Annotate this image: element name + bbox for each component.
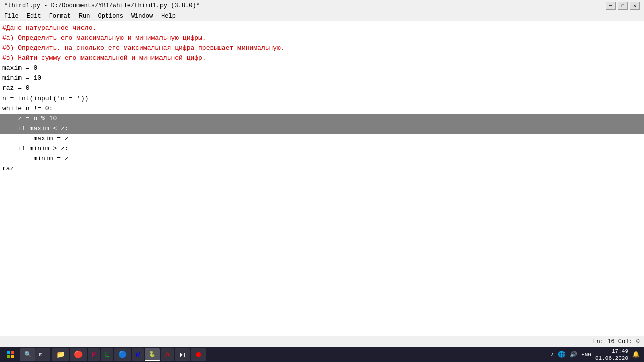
line-10-text: z = n % 10 bbox=[0, 114, 57, 124]
menu-format[interactable]: Format bbox=[45, 12, 75, 21]
code-line-15: raz bbox=[0, 164, 644, 174]
code-line-3: #б) Определить, на сколько его максималь… bbox=[0, 43, 644, 53]
menu-options[interactable]: Options bbox=[94, 12, 127, 21]
line-3-text: #б) Определить, на сколько его максималь… bbox=[0, 43, 285, 53]
code-line-2: #а) Определить его максимальную и минима… bbox=[0, 33, 644, 43]
code-line-6: minim = 10 bbox=[0, 73, 644, 83]
line-14-text: minim = z bbox=[0, 154, 69, 164]
code-line-5: maxim = 0 bbox=[0, 63, 644, 73]
menubar: File Edit Format Run Options Window Help bbox=[0, 11, 644, 21]
code-editor[interactable]: #Дано натуральное число. #а) Определить … bbox=[0, 21, 644, 336]
code-line-1: #Дано натуральное число. bbox=[0, 23, 644, 33]
line-2-text: #а) Определить его максимальную и минима… bbox=[0, 33, 206, 43]
code-line-14: minim = z bbox=[0, 154, 644, 164]
titlebar: *third1.py - D:/Documents/YB1/while/thir… bbox=[0, 0, 644, 11]
line-15-text: raz bbox=[0, 164, 14, 174]
code-line-9: while n != 0: bbox=[0, 104, 644, 114]
code-line-12: maxim = z bbox=[0, 134, 644, 144]
line-8-text: n = int(input('n = ')) bbox=[0, 94, 89, 104]
line-12-text: maxim = z bbox=[0, 134, 69, 144]
line-4-text: #в) Найти сумму его максимальной и миним… bbox=[0, 53, 206, 63]
code-line-13: if minim > z: bbox=[0, 144, 644, 154]
menu-help[interactable]: Help bbox=[157, 12, 180, 21]
menu-edit[interactable]: Edit bbox=[23, 12, 45, 21]
minimize-button[interactable]: — bbox=[606, 2, 616, 10]
statusbar: Ln: 16 Col: 0 bbox=[0, 336, 644, 347]
menu-file[interactable]: File bbox=[0, 12, 23, 21]
code-line-8: n = int(input('n = ')) bbox=[0, 94, 644, 104]
window-controls[interactable]: — ❐ ✕ bbox=[606, 2, 640, 10]
line-11-text: if maxim < z: bbox=[0, 124, 69, 134]
code-line-10: z = n % 10 bbox=[0, 114, 644, 124]
code-line-7: raz = 0 bbox=[0, 83, 644, 94]
line-1-text: #Дано натуральное число. bbox=[0, 23, 96, 33]
line-6-text: minim = 10 bbox=[0, 73, 41, 83]
restore-button[interactable]: ❐ bbox=[618, 2, 628, 10]
code-line-11: if maxim < z: bbox=[0, 124, 644, 134]
window-title: *third1.py - D:/Documents/YB1/while/thir… bbox=[4, 2, 200, 9]
menu-window[interactable]: Window bbox=[127, 12, 157, 21]
line-13-text: if minim > z: bbox=[0, 144, 69, 154]
menu-run[interactable]: Run bbox=[75, 12, 94, 21]
status-text: Ln: 16 Col: 0 bbox=[593, 338, 640, 345]
code-line-4: #в) Найти сумму его максимальной и миним… bbox=[0, 53, 644, 63]
line-7-text: raz = 0 bbox=[0, 83, 30, 94]
line-5-text: maxim = 0 bbox=[0, 63, 37, 73]
close-button[interactable]: ✕ bbox=[630, 2, 640, 10]
line-9-text: while n != 0: bbox=[0, 104, 53, 114]
